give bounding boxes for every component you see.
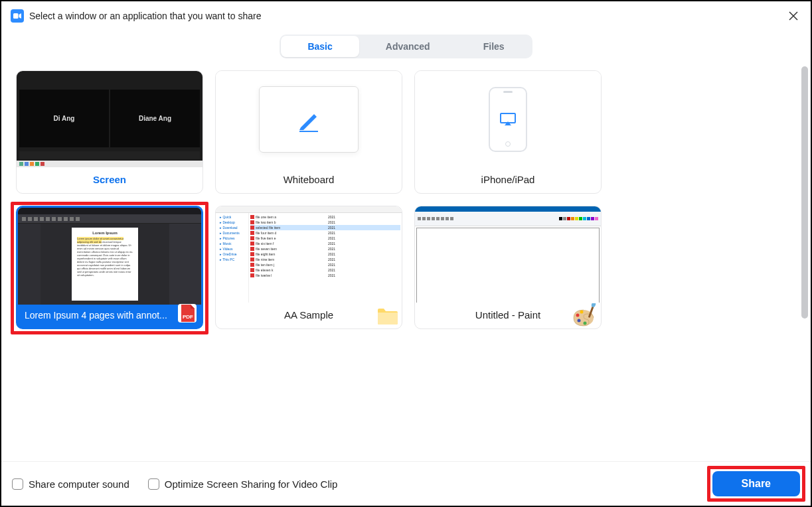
- iphone-thumbnail: [415, 71, 601, 167]
- tab-basic[interactable]: Basic: [281, 36, 359, 57]
- airplay-icon: [500, 113, 516, 126]
- dialog-footer: Share computer sound Optimize Screen Sha…: [1, 461, 811, 506]
- share-sound-checkbox[interactable]: Share computer sound: [12, 478, 129, 490]
- whiteboard-thumbnail: [216, 71, 402, 167]
- palette-icon: [572, 303, 600, 327]
- option-label: iPhone/iPad: [415, 167, 601, 193]
- pdf-thumbnail: Lorem Ipsum Lorem ipsum dolor sit amet c…: [18, 208, 201, 305]
- checkbox-label: Share computer sound: [29, 478, 129, 490]
- option-label: Lorem Ipsum 4 pages with annot...: [25, 310, 195, 321]
- svg-rect-1: [501, 113, 515, 123]
- share-options-grid: Di Ang Diane Ang Screen Whiteboard: [4, 70, 811, 329]
- svg-rect-0: [13, 13, 19, 19]
- svg-text:PDF: PDF: [183, 314, 193, 320]
- participant-tile: Di Ang: [19, 90, 109, 147]
- option-iphone-ipad[interactable]: iPhone/iPad: [414, 70, 602, 194]
- option-paint-window[interactable]: Untitled - Paint: [414, 206, 602, 329]
- explorer-thumbnail: ▸ Quick▸ Desktop▸ Download▸ Documents▸ P…: [216, 206, 402, 303]
- pen-icon: [295, 106, 322, 133]
- option-pdf-window[interactable]: Lorem Ipsum Lorem ipsum dolor sit amet c…: [16, 206, 203, 329]
- svg-point-6: [578, 319, 581, 323]
- close-button[interactable]: [785, 8, 801, 24]
- svg-point-7: [584, 322, 587, 325]
- svg-point-5: [576, 314, 580, 317]
- tab-advanced[interactable]: Advanced: [359, 36, 457, 57]
- checkbox-label: Optimize Screen Sharing for Video Clip: [165, 478, 338, 490]
- tabs: Basic Advanced Files: [1, 35, 811, 58]
- tab-files[interactable]: Files: [457, 36, 531, 57]
- zoom-icon: [11, 9, 24, 23]
- participant-tile: Diane Ang: [110, 90, 200, 147]
- optimize-video-checkbox[interactable]: Optimize Screen Sharing for Video Clip: [148, 478, 338, 490]
- tutorial-highlight: [707, 466, 805, 502]
- option-screen[interactable]: Di Ang Diane Ang Screen: [16, 70, 203, 194]
- svg-point-8: [580, 311, 584, 314]
- option-explorer-window[interactable]: ▸ Quick▸ Desktop▸ Download▸ Documents▸ P…: [215, 206, 402, 329]
- dialog-title: Select a window or an application that y…: [29, 11, 785, 21]
- dialog-header: Select a window or an application that y…: [1, 1, 811, 31]
- scrollbar[interactable]: [801, 66, 808, 319]
- svg-point-10: [591, 303, 596, 308]
- paint-thumbnail: [415, 206, 601, 303]
- option-label: Screen: [17, 167, 203, 193]
- folder-icon: [376, 306, 399, 326]
- option-whiteboard[interactable]: Whiteboard: [215, 70, 402, 194]
- option-label: Whiteboard: [216, 167, 402, 193]
- pdf-icon: PDF: [177, 303, 197, 323]
- screen-thumbnail: Di Ang Diane Ang: [17, 71, 203, 167]
- option-label: AA Sample: [216, 303, 402, 328]
